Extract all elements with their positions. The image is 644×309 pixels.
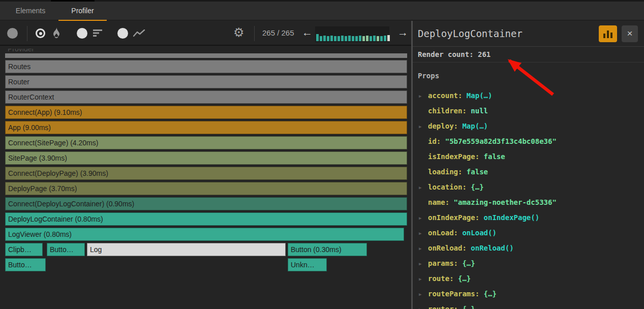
snapshot-minibar-bar[interactable]: [341, 36, 344, 41]
flame-bar[interactable]: DeployLogContainer (0.80ms): [5, 212, 407, 226]
flame-bar[interactable]: Router: [5, 75, 407, 88]
chart-mode-radio[interactable]: [117, 28, 128, 39]
snapshot-minibar-bar[interactable]: [359, 36, 361, 41]
flame-bar[interactable]: Connect(SitePage) (4.20ms): [5, 136, 407, 149]
prop-key: account:: [428, 91, 467, 100]
prop-value: {…}: [471, 183, 483, 191]
devtools-window: Elements Profiler ⚙ 265 / 265 ← → Pro: [0, 0, 644, 309]
component-chart-button[interactable]: [599, 25, 617, 42]
flame-bar[interactable]: Connect(DeployLogContainer) (0.90ms): [5, 197, 407, 210]
render-count-value: 261: [478, 50, 490, 58]
props-header: Props: [418, 72, 644, 80]
prop-value: Map(…): [467, 91, 493, 100]
flame-icon[interactable]: [51, 27, 62, 39]
snapshot-minibar-bar[interactable]: [348, 36, 351, 41]
prop-row: loading: false: [413, 164, 644, 179]
tab-profiler[interactable]: Profiler: [58, 2, 107, 20]
expand-triangle-icon[interactable]: ▶: [419, 271, 428, 287]
prop-value: {…}: [458, 274, 471, 283]
close-icon[interactable]: ×: [622, 25, 638, 42]
ranked-mode-radio[interactable]: [77, 28, 87, 39]
prop-value: "amazing-noether-dc5336": [454, 198, 557, 206]
prop-row: ▶account: Map(…): [413, 88, 644, 103]
expand-triangle-icon[interactable]: ▶: [419, 241, 428, 256]
expand-triangle-icon[interactable]: ▶: [419, 88, 428, 104]
flame-bar[interactable]: Log: [87, 243, 286, 256]
prop-row: ▶onReload: onReload(): [413, 240, 644, 256]
snapshot-minibar-bar[interactable]: [334, 36, 336, 41]
snapshot-minibar-bar[interactable]: [330, 36, 333, 41]
flame-bar[interactable]: Connect(App) (9.10ms): [5, 106, 407, 119]
prop-value: "5b7e559a82d3f13c4bc08e36": [445, 137, 557, 145]
flamechart-mode-radio[interactable]: [36, 28, 45, 38]
flame-bar[interactable]: DeployPage (3.70ms): [5, 182, 407, 195]
flame-bar[interactable]: Butto…: [47, 243, 85, 256]
next-snapshot-arrow[interactable]: →: [397, 21, 408, 45]
expand-triangle-icon[interactable]: ▶: [419, 180, 428, 195]
prop-key: location:: [428, 183, 471, 191]
details-panel: DeployLogContainer × Render count: 261 P…: [413, 21, 644, 309]
flame-bar-clipped[interactable]: [5, 53, 407, 58]
snapshot-minibar-bar[interactable]: [373, 36, 376, 41]
expand-triangle-icon[interactable]: ▶: [419, 287, 428, 302]
line-chart-icon[interactable]: [133, 29, 145, 37]
expand-triangle-icon[interactable]: ▶: [419, 119, 428, 134]
prop-key: router:: [428, 305, 462, 309]
prop-value: Map(…): [462, 122, 488, 130]
snapshot-minibar-bar[interactable]: [345, 36, 347, 41]
flame-bar[interactable]: LogViewer (0.80ms): [5, 228, 404, 241]
snapshot-minibar-bar[interactable]: [355, 36, 358, 41]
prop-row: ▶routeParams: {…}: [413, 286, 644, 301]
prop-value: {…}: [462, 259, 475, 267]
ranked-chart-icon[interactable]: [93, 29, 103, 37]
gear-icon[interactable]: ⚙: [233, 25, 244, 40]
flame-bar[interactable]: Clipb…: [5, 243, 43, 256]
tab-profiler-label: Profiler: [71, 7, 94, 15]
prev-snapshot-arrow[interactable]: ←: [302, 21, 313, 45]
render-count-row: Render count: 261: [413, 47, 644, 63]
prop-value: false: [484, 152, 505, 161]
flame-bar[interactable]: SitePage (3.90ms): [5, 151, 407, 165]
snapshot-minibar-bar[interactable]: [384, 36, 386, 41]
snapshot-minibar-bar[interactable]: [362, 36, 365, 41]
snapshot-minibar-bar[interactable]: [352, 36, 354, 41]
flame-bar[interactable]: Routes: [5, 60, 407, 73]
snapshot-counter: 265 / 265: [262, 21, 294, 45]
prop-key: name:: [428, 198, 454, 206]
snapshot-minibar-bar[interactable]: [387, 35, 390, 41]
flame-bar[interactable]: Connect(DeployPage) (3.90ms): [5, 167, 407, 180]
prop-key: loading:: [428, 168, 467, 176]
expand-triangle-icon[interactable]: ▶: [419, 210, 428, 226]
record-button[interactable]: [7, 28, 18, 39]
prop-value: {…}: [462, 305, 475, 309]
flame-bar[interactable]: App (9.00ms): [5, 121, 407, 134]
prop-value: null: [471, 107, 488, 115]
prop-row: name: "amazing-noether-dc5336": [413, 195, 644, 210]
snapshot-minibar-bar[interactable]: [370, 36, 372, 41]
snapshot-minibar-bar[interactable]: [338, 36, 340, 41]
expand-triangle-icon[interactable]: ▶: [419, 226, 428, 241]
snapshot-minibar-bar[interactable]: [380, 36, 383, 41]
snapshot-minibar[interactable]: [315, 26, 389, 42]
flame-bar[interactable]: Button (0.30ms): [288, 243, 367, 256]
snapshot-minibar-bar[interactable]: [320, 36, 322, 41]
prop-key: onReload:: [428, 244, 471, 252]
profiler-toolbar: ⚙ 265 / 265 ← →: [0, 21, 411, 46]
expand-triangle-icon[interactable]: ▶: [419, 256, 428, 271]
snapshot-minibar-bar[interactable]: [316, 34, 319, 41]
bar-chart-icon: [610, 33, 612, 38]
snapshot-minibar-bar[interactable]: [323, 36, 326, 41]
prop-row: ▶onLoad: onLoad(): [413, 225, 644, 240]
prop-value: {…}: [484, 290, 497, 298]
snapshot-minibar-bar[interactable]: [377, 36, 379, 41]
tab-elements[interactable]: Elements: [11, 2, 50, 20]
prop-row: ▶router: {…}: [413, 301, 644, 309]
snapshot-minibar-bar[interactable]: [327, 36, 329, 41]
flame-bar[interactable]: Unkn…: [288, 258, 327, 271]
bar-chart-icon: [607, 30, 609, 38]
expand-triangle-icon[interactable]: ▶: [419, 302, 428, 309]
snapshot-minibar-bar[interactable]: [366, 36, 369, 41]
flame-bar[interactable]: Butto…: [5, 258, 46, 271]
flame-bar[interactable]: RouterContext: [5, 90, 407, 104]
prop-value: onIndexPage(): [484, 213, 540, 222]
